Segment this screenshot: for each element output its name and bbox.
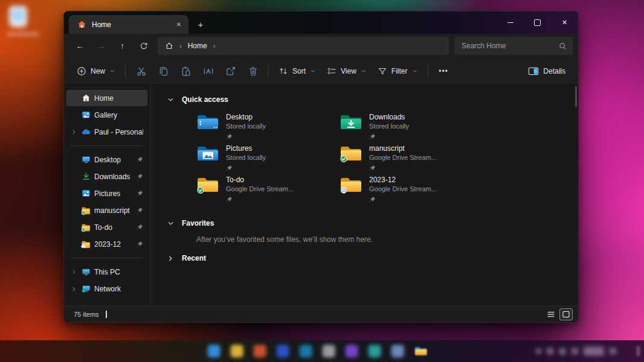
close-button[interactable]: ✕ bbox=[551, 11, 578, 34]
refresh-button[interactable] bbox=[133, 37, 154, 55]
back-button[interactable]: ← bbox=[69, 37, 91, 55]
tab-home[interactable]: Home ✕ bbox=[69, 15, 188, 34]
taskbar-app-icon[interactable] bbox=[231, 345, 243, 358]
chevron-down-icon bbox=[361, 68, 367, 74]
search-box[interactable] bbox=[454, 37, 573, 55]
delete-button[interactable] bbox=[242, 62, 264, 81]
chevron-down-icon[interactable] bbox=[166, 219, 175, 227]
expand-chevron-icon[interactable] bbox=[69, 129, 77, 135]
folder-desktop-icon bbox=[196, 113, 219, 132]
sort-icon bbox=[279, 66, 288, 76]
file-explorer-window: Home ✕ + ✕ ← → ↑ › Home › New bbox=[63, 11, 579, 323]
desktop: { "window": { "tab": { "title": "Home", … bbox=[0, 0, 644, 362]
quick-access-item-desktop[interactable]: Desktop Stored locally bbox=[196, 112, 340, 143]
sidebar-divider bbox=[71, 145, 143, 146]
pin-icon bbox=[137, 190, 143, 197]
paste-button[interactable] bbox=[175, 62, 197, 81]
folder-synced-icon bbox=[196, 176, 219, 194]
new-button[interactable]: New bbox=[71, 62, 121, 81]
filter-icon bbox=[378, 66, 387, 76]
details-button-label: Details bbox=[543, 67, 565, 75]
pin-icon bbox=[137, 241, 143, 247]
sidebar-item-desktop[interactable]: Desktop bbox=[66, 151, 147, 168]
tab-close-icon[interactable]: ✕ bbox=[173, 19, 185, 31]
sidebar-item-network[interactable]: Network bbox=[66, 281, 147, 297]
taskbar-app-icon[interactable] bbox=[369, 345, 381, 358]
sidebar-item-gallery[interactable]: Gallery bbox=[66, 107, 147, 123]
thumbnail-view-button[interactable] bbox=[559, 308, 573, 320]
sidebar-item-pictures[interactable]: Pictures bbox=[66, 185, 147, 202]
quick-access-item-pictures[interactable]: Pictures Stored locally bbox=[196, 143, 340, 174]
taskbar-clock[interactable] bbox=[584, 347, 604, 356]
taskbar-system-tray[interactable] bbox=[536, 347, 616, 356]
taskbar-apps bbox=[208, 345, 428, 358]
taskbar-app-icon[interactable] bbox=[323, 345, 335, 358]
quick-access-item-downloads[interactable]: Downloads Stored locally bbox=[340, 112, 483, 143]
gallery-icon bbox=[80, 110, 91, 119]
taskbar-app-icon[interactable] bbox=[277, 345, 289, 358]
maximize-button[interactable] bbox=[524, 11, 551, 34]
taskbar-app-icon[interactable] bbox=[254, 345, 266, 358]
more-options-button[interactable]: ••• bbox=[433, 62, 455, 81]
up-button[interactable]: ↑ bbox=[112, 37, 133, 55]
taskbar-app-icon[interactable] bbox=[346, 345, 358, 358]
minimize-button[interactable] bbox=[497, 11, 524, 34]
section-favorites[interactable]: Favorites bbox=[166, 217, 575, 230]
taskbar-app-icon[interactable] bbox=[208, 345, 221, 358]
chevron-down-icon[interactable] bbox=[166, 95, 175, 104]
details-button[interactable]: Details bbox=[523, 62, 571, 81]
tray-notification-icon[interactable] bbox=[610, 348, 616, 355]
search-icon bbox=[559, 42, 567, 50]
quick-access-item-2023-12[interactable]: 2023-12 Google Drive Stream... bbox=[340, 174, 483, 206]
quick-access-item-manuscript[interactable]: manuscript Google Drive Stream... bbox=[340, 143, 483, 174]
expand-chevron-icon[interactable] bbox=[69, 286, 77, 292]
navigation-pane: Home Gallery Paul - Personal bbox=[64, 85, 150, 306]
downloads-icon bbox=[80, 172, 91, 181]
taskbar-app-icon[interactable] bbox=[391, 345, 404, 358]
view-icon bbox=[327, 66, 336, 76]
cut-button[interactable] bbox=[130, 62, 152, 81]
view-button[interactable]: View bbox=[321, 62, 372, 81]
breadcrumb-item-home[interactable]: Home bbox=[188, 42, 207, 50]
show-desktop-button[interactable] bbox=[637, 346, 640, 356]
sidebar-item-2023-12[interactable]: 2023-12 bbox=[66, 236, 147, 252]
sidebar-item-manuscript[interactable]: manuscript bbox=[66, 202, 147, 218]
taskbar-icon-file-explorer[interactable] bbox=[414, 346, 428, 357]
tray-icon[interactable] bbox=[547, 348, 553, 355]
sort-button[interactable]: Sort bbox=[273, 62, 321, 81]
details-view-button[interactable] bbox=[544, 308, 558, 320]
taskbar bbox=[0, 340, 644, 362]
tray-chevron-icon[interactable] bbox=[536, 349, 541, 354]
toolbar-divider bbox=[125, 65, 126, 78]
search-input[interactable] bbox=[460, 41, 559, 51]
pin-icon bbox=[137, 224, 143, 230]
details-pane-icon bbox=[528, 66, 539, 76]
new-tab-button[interactable]: + bbox=[192, 16, 209, 32]
quick-access-item-todo[interactable]: To-do Google Drive Stream... bbox=[196, 174, 340, 206]
vertical-scrollbar[interactable] bbox=[575, 86, 577, 107]
view-toggles bbox=[544, 308, 573, 320]
desktop-icon-recycle-bin[interactable] bbox=[9, 6, 27, 28]
taskbar-app-icon[interactable] bbox=[300, 345, 312, 358]
expand-chevron-icon[interactable] bbox=[69, 269, 77, 275]
tray-icon[interactable] bbox=[572, 348, 578, 355]
share-button[interactable] bbox=[219, 62, 242, 81]
section-recent[interactable]: Recent bbox=[166, 252, 575, 265]
sidebar-item-downloads[interactable]: Downloads bbox=[66, 168, 147, 185]
forward-button[interactable]: → bbox=[91, 37, 112, 55]
this-pc-icon bbox=[80, 267, 91, 276]
sidebar-item-onedrive[interactable]: Paul - Personal bbox=[66, 124, 147, 140]
rename-button[interactable] bbox=[197, 62, 219, 81]
chevron-right-icon[interactable] bbox=[166, 254, 175, 262]
home-icon bbox=[76, 20, 87, 29]
sidebar-item-home[interactable]: Home bbox=[66, 90, 147, 106]
copy-button[interactable] bbox=[152, 62, 175, 81]
section-quick-access[interactable]: Quick access bbox=[166, 93, 575, 106]
filter-button[interactable]: Filter bbox=[372, 62, 423, 81]
tray-icon[interactable] bbox=[559, 348, 566, 355]
sidebar-item-this-pc[interactable]: This PC bbox=[66, 264, 147, 280]
pin-icon bbox=[369, 132, 409, 142]
breadcrumb[interactable]: › Home › bbox=[158, 37, 449, 55]
maximize-icon bbox=[534, 19, 541, 26]
sidebar-item-todo[interactable]: To-do bbox=[66, 219, 147, 235]
